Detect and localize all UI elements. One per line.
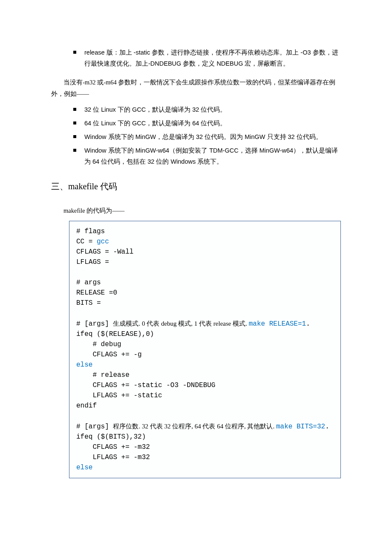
document-page: release 版：加上 -static 参数，进行静态链接，使程序不再依赖动态… bbox=[0, 0, 392, 555]
release-bullet-list: release 版：加上 -static 参数，进行静态链接，使程序不再依赖动态… bbox=[51, 47, 341, 69]
arch-intro-paragraph: 当没有-m32 或-m64 参数时，一般情况下会生成跟操作系统位数一致的代码，但… bbox=[51, 77, 341, 100]
list-item: Window 系统下的 MinGW，总是编译为 32 位代码。因为 MinGW … bbox=[70, 131, 341, 142]
code-block-makefile: # flags CC = gcc CFLAGS = -Wall LFLAGS =… bbox=[69, 221, 341, 478]
code-intro-paragraph: makefile 的代码为—— bbox=[51, 205, 341, 217]
arch-bullet-list: 32 位 Linux 下的 GCC，默认是编译为 32 位代码。 64 位 Li… bbox=[51, 104, 341, 167]
section-heading-makefile: 三、makefile 代码 bbox=[51, 181, 341, 192]
list-item: 64 位 Linux 下的 GCC，默认是编译为 64 位代码。 bbox=[70, 118, 341, 129]
list-item: Window 系统下的 MinGW-w64（例如安装了 TDM-GCC，选择 M… bbox=[70, 145, 341, 167]
code-content: # flags CC = gcc CFLAGS = -Wall LFLAGS =… bbox=[76, 226, 334, 473]
list-item: release 版：加上 -static 参数，进行静态链接，使程序不再依赖动态… bbox=[70, 47, 341, 69]
list-item: 32 位 Linux 下的 GCC，默认是编译为 32 位代码。 bbox=[70, 104, 341, 115]
